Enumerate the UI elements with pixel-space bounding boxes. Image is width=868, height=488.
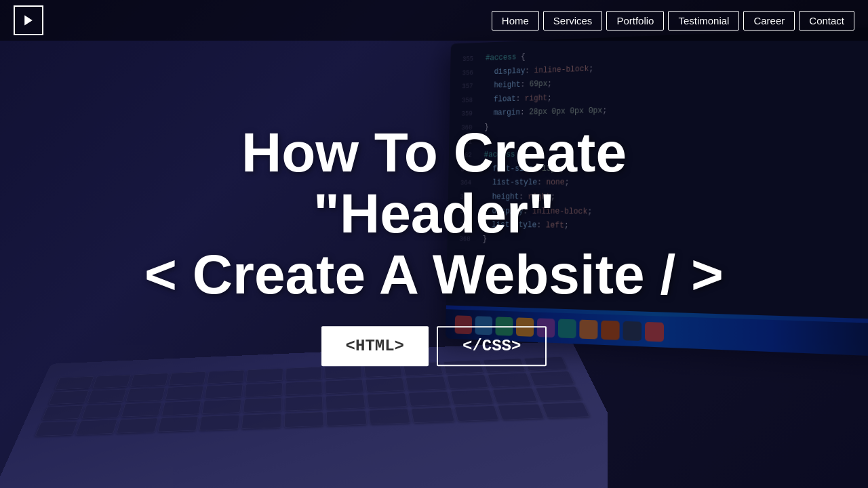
hero-title-line2: < Create A Website / > <box>144 244 724 306</box>
html-button[interactable]: <HTML> <box>321 326 429 366</box>
nav-contact[interactable]: Contact <box>799 11 854 30</box>
logo-play-icon <box>14 5 43 35</box>
css-button[interactable]: </CSS> <box>437 326 547 366</box>
nav-career[interactable]: Career <box>743 11 795 30</box>
nav-home[interactable]: Home <box>492 11 539 30</box>
header: Home Services Portfolio Testimonial Care… <box>0 0 868 41</box>
hero-buttons: <HTML> </CSS> <box>129 326 739 366</box>
hero-title: How To Create "Header" < Create A Websit… <box>129 122 739 306</box>
nav-portfolio[interactable]: Portfolio <box>606 11 664 30</box>
hero-section: 355#access { 356 display: inline-block; … <box>0 0 868 488</box>
nav-services[interactable]: Services <box>543 11 603 30</box>
hero-title-line1: How To Create "Header" <box>241 121 627 244</box>
nav-testimonial[interactable]: Testimonial <box>668 11 739 30</box>
svg-marker-0 <box>24 16 33 26</box>
play-triangle <box>22 14 35 27</box>
navigation: Home Services Portfolio Testimonial Care… <box>492 11 854 30</box>
hero-content: How To Create "Header" < Create A Websit… <box>129 122 739 366</box>
logo <box>14 5 43 35</box>
